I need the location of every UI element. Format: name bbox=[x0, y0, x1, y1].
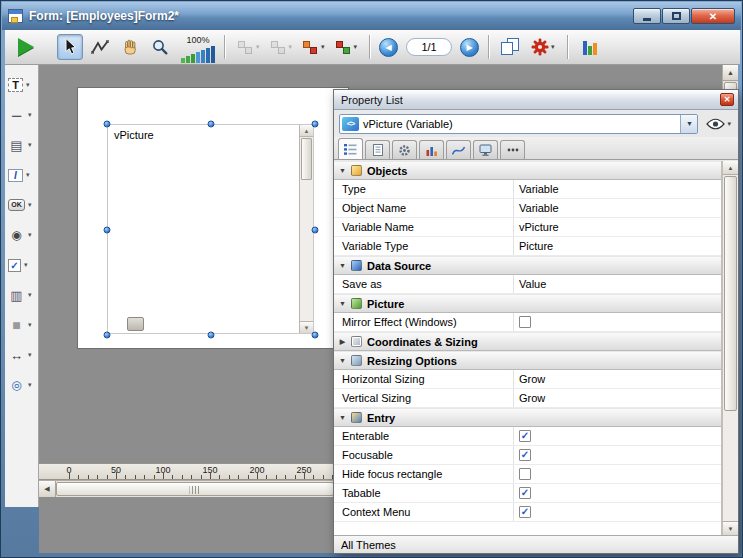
chevron-down-icon[interactable]: ▾ bbox=[24, 261, 28, 269]
resize-handle[interactable] bbox=[104, 121, 111, 128]
display-tab-icon[interactable] bbox=[473, 140, 498, 159]
collapse-icon[interactable]: ▼ bbox=[334, 414, 351, 421]
zoom-widget[interactable]: 100% bbox=[181, 31, 215, 63]
close-button[interactable]: ✕ bbox=[691, 8, 735, 24]
chevron-down-icon[interactable]: ▾ bbox=[28, 351, 32, 359]
resize-handle[interactable] bbox=[208, 121, 215, 128]
settings-tab-icon[interactable] bbox=[392, 140, 417, 159]
level-button[interactable]: ▾ bbox=[299, 34, 328, 60]
checkbox-checked[interactable]: ✓ bbox=[519, 449, 531, 461]
scroll-down-icon[interactable]: ▼ bbox=[300, 321, 313, 333]
chevron-down-icon[interactable]: ▾ bbox=[727, 120, 731, 128]
scrollbar-thumb[interactable] bbox=[301, 138, 312, 180]
chevron-down-icon[interactable]: ▼ bbox=[680, 114, 697, 134]
zoom-tool-button[interactable] bbox=[147, 34, 173, 60]
chevron-down-icon[interactable]: ▾ bbox=[28, 291, 32, 299]
close-icon[interactable]: ✕ bbox=[720, 93, 734, 106]
checkbox-unchecked[interactable] bbox=[519, 316, 531, 328]
tool-listbox[interactable]: ▤▾ bbox=[5, 130, 38, 160]
chevron-down-icon[interactable]: ▾ bbox=[551, 43, 555, 51]
tool-checkbox[interactable]: ✓▾ bbox=[5, 250, 38, 280]
property-value[interactable]: Grow bbox=[514, 370, 721, 388]
collapse-icon[interactable]: ▼ bbox=[334, 167, 351, 174]
chevron-down-icon[interactable]: ▾ bbox=[28, 381, 32, 389]
eye-icon[interactable] bbox=[706, 118, 725, 130]
checkbox-checked[interactable]: ✓ bbox=[519, 487, 531, 499]
next-page-button[interactable]: ▶ bbox=[460, 38, 479, 57]
section-picture[interactable]: ▼Picture bbox=[334, 294, 721, 313]
tool-okbutton[interactable]: OK▾ bbox=[5, 190, 38, 220]
property-list-scrollbar[interactable]: ▲ ▼ bbox=[722, 161, 738, 535]
maximize-button[interactable] bbox=[662, 8, 690, 24]
tool-buttongrid[interactable]: ▥▾ bbox=[5, 280, 38, 310]
property-value[interactable]: vPicture bbox=[514, 218, 721, 236]
tool-splitter[interactable]: ↔▾ bbox=[5, 340, 38, 370]
resize-handle[interactable] bbox=[104, 332, 111, 339]
scroll-left-icon[interactable]: ◀ bbox=[39, 481, 56, 497]
picture-object[interactable]: vPicture ▲ ▼ bbox=[107, 124, 314, 334]
pan-tool-button[interactable] bbox=[117, 34, 143, 60]
property-value[interactable]: Picture bbox=[514, 237, 721, 255]
expand-icon[interactable]: ▶ bbox=[334, 338, 351, 346]
property-list-titlebar[interactable]: Property List ✕ bbox=[334, 90, 738, 110]
themes-button[interactable] bbox=[577, 34, 603, 60]
draw-tool-button[interactable] bbox=[87, 34, 113, 60]
scroll-up-icon[interactable]: ▲ bbox=[300, 125, 313, 137]
settings-button[interactable]: ▾ bbox=[528, 34, 558, 60]
properties-tab-icon[interactable] bbox=[338, 138, 363, 159]
group-button[interactable]: ▾ bbox=[332, 34, 361, 60]
tool-text[interactable]: T▾ bbox=[5, 70, 38, 100]
chevron-down-icon[interactable]: ▾ bbox=[28, 141, 32, 149]
page-tab-icon[interactable] bbox=[365, 140, 390, 159]
property-value[interactable]: Variable bbox=[514, 180, 721, 198]
execute-form-button[interactable] bbox=[13, 34, 39, 60]
checkbox-unchecked[interactable] bbox=[519, 468, 531, 480]
scrollbar-thumb[interactable] bbox=[56, 482, 334, 496]
chevron-down-icon[interactable]: ▾ bbox=[28, 231, 32, 239]
chevron-down-icon[interactable]: ▾ bbox=[354, 43, 358, 51]
minimize-button[interactable] bbox=[633, 8, 661, 24]
more-tab-icon[interactable] bbox=[500, 140, 525, 159]
tool-field[interactable]: I▾ bbox=[5, 160, 38, 190]
property-value[interactable] bbox=[514, 465, 721, 483]
resize-handle[interactable] bbox=[208, 332, 215, 339]
chevron-down-icon[interactable]: ▾ bbox=[28, 321, 32, 329]
themes-footer[interactable]: All Themes bbox=[334, 535, 738, 553]
page-indicator[interactable]: 1/1 bbox=[406, 38, 452, 56]
property-value[interactable] bbox=[514, 313, 721, 331]
property-value[interactable]: Variable bbox=[514, 199, 721, 217]
curve-tab-icon[interactable] bbox=[446, 140, 471, 159]
scroll-up-icon[interactable]: ▲ bbox=[723, 161, 738, 175]
scroll-down-icon[interactable]: ▼ bbox=[723, 521, 738, 535]
form-pages-button[interactable] bbox=[498, 34, 524, 60]
chevron-down-icon[interactable]: ▾ bbox=[26, 81, 30, 89]
tool-rectangle[interactable]: ■▾ bbox=[5, 310, 38, 340]
resize-handle[interactable] bbox=[312, 332, 319, 339]
tool-line[interactable]: ─▾ bbox=[5, 100, 38, 130]
section-coordinates-sizing[interactable]: ▶Coordinates & Sizing bbox=[334, 332, 721, 351]
chevron-down-icon[interactable]: ▾ bbox=[26, 171, 30, 179]
property-value[interactable]: ✓ bbox=[514, 503, 721, 521]
property-value[interactable]: ✓ bbox=[514, 427, 721, 445]
zoom-bars-icon[interactable] bbox=[181, 46, 215, 63]
scroll-up-icon[interactable]: ▲ bbox=[723, 65, 738, 81]
tool-plugin[interactable]: ◎▾ bbox=[5, 370, 38, 400]
stats-tab-icon[interactable] bbox=[419, 140, 444, 159]
chevron-down-icon[interactable]: ▾ bbox=[28, 111, 32, 119]
resize-handle[interactable] bbox=[312, 121, 319, 128]
resize-handle[interactable] bbox=[312, 226, 319, 233]
select-tool-button[interactable] bbox=[57, 34, 83, 60]
collapse-icon[interactable]: ▼ bbox=[334, 357, 351, 364]
tool-radio[interactable]: ◉▾ bbox=[5, 220, 38, 250]
property-value[interactable]: Value bbox=[514, 275, 721, 293]
resize-handle[interactable] bbox=[104, 226, 111, 233]
previous-page-button[interactable]: ◀ bbox=[379, 38, 398, 57]
property-value[interactable]: Grow bbox=[514, 389, 721, 407]
chevron-down-icon[interactable]: ▾ bbox=[28, 201, 32, 209]
scrollbar-thumb[interactable] bbox=[724, 176, 737, 411]
form-page[interactable]: vPicture ▲ ▼ bbox=[77, 87, 349, 349]
section-resizing-options[interactable]: ▼Resizing Options bbox=[334, 351, 721, 370]
object-selector[interactable]: <> vPicture (Variable) ▼ bbox=[339, 114, 698, 134]
collapse-icon[interactable]: ▼ bbox=[334, 262, 351, 269]
property-value[interactable]: ✓ bbox=[514, 446, 721, 464]
